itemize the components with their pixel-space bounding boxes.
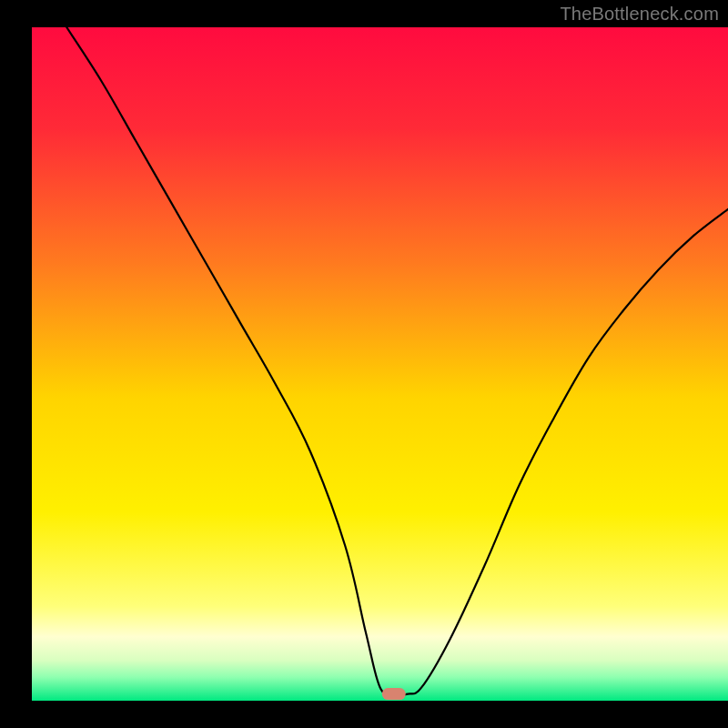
optimal-marker (382, 688, 406, 700)
watermark-text: TheBottleneck.com (560, 4, 719, 25)
gradient-background (32, 27, 728, 701)
bottleneck-chart (0, 0, 728, 728)
chart-frame: { "watermark": "TheBottleneck.com", "col… (0, 0, 728, 728)
